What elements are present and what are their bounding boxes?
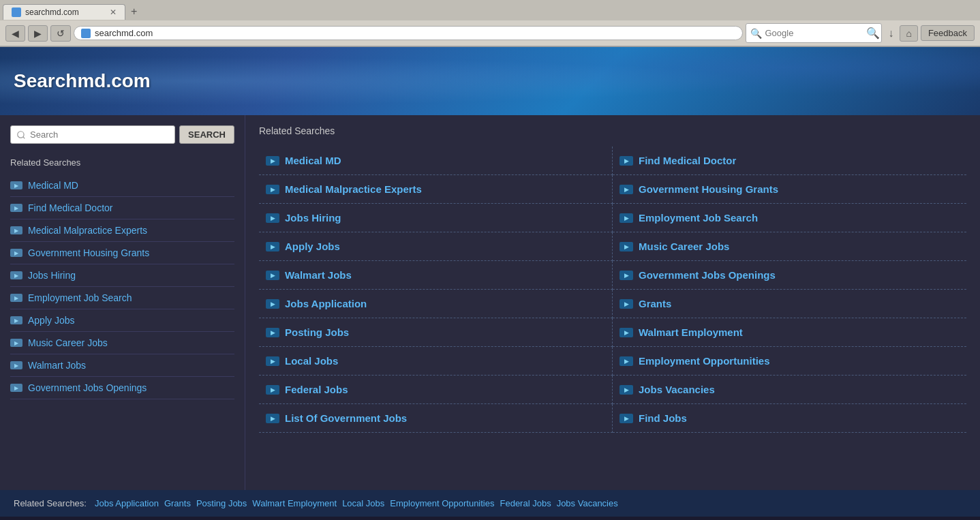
feedback-button[interactable]: Feedback (921, 25, 975, 41)
download-button[interactable]: ↓ (885, 26, 897, 41)
main-related-searches-label: Related Searches (259, 125, 966, 136)
result-link[interactable]: Walmart Jobs (285, 269, 352, 281)
refresh-button[interactable]: ↺ (50, 25, 71, 42)
tab-bar: searchmd.com ✕ + (0, 0, 980, 20)
browser-search-input[interactable] (765, 28, 860, 38)
result-link[interactable]: Employment Opportunities (639, 355, 770, 367)
result-item[interactable]: Apply Jobs (259, 232, 613, 261)
sidebar-item[interactable]: Find Medical Doctor (10, 197, 234, 219)
result-arrow-icon (619, 213, 633, 223)
result-arrow-icon (266, 185, 279, 194)
result-link[interactable]: Music Career Jobs (639, 241, 729, 252)
result-item[interactable]: Employment Opportunities (613, 347, 966, 376)
sidebar-item-icon (10, 339, 22, 347)
browser-search-bar[interactable]: 🔍 🔍 (746, 23, 882, 43)
result-item[interactable]: Medical Malpractice Experts (259, 175, 613, 204)
new-tab-button[interactable]: + (125, 3, 142, 20)
result-arrow-icon (266, 356, 279, 366)
result-item[interactable]: Music Career Jobs (613, 232, 966, 261)
result-item[interactable]: Federal Jobs (259, 376, 613, 404)
result-item[interactable]: Government Jobs Openings (613, 261, 966, 290)
sidebar-item[interactable]: Medical MD (10, 174, 234, 197)
back-button[interactable]: ◀ (5, 25, 25, 42)
result-link[interactable]: Federal Jobs (285, 384, 348, 395)
result-item[interactable]: Jobs Vacancies (613, 376, 966, 404)
url-bar[interactable]: searchmd.com (74, 26, 743, 40)
result-item[interactable]: Jobs Application (259, 290, 613, 318)
site-header: Searchmd.com (0, 47, 980, 115)
result-item[interactable]: Medical MD (259, 147, 613, 175)
result-item[interactable]: Walmart Employment (613, 318, 966, 347)
result-item[interactable]: Grants (613, 290, 966, 318)
footer: Related Searches: Jobs Application Grant… (0, 490, 980, 517)
footer-link-3[interactable]: Walmart Employment (252, 498, 337, 508)
sidebar-item-link[interactable]: Apply Jobs (28, 315, 74, 326)
result-arrow-icon (266, 414, 279, 423)
sidebar-item[interactable]: Employment Job Search (10, 287, 234, 309)
result-item[interactable]: Walmart Jobs (259, 261, 613, 290)
sidebar-item-icon (10, 271, 22, 279)
sidebar-item-link[interactable]: Jobs Hiring (28, 270, 76, 281)
footer-link-7[interactable]: Jobs Vacancies (557, 498, 618, 508)
url-favicon (81, 29, 91, 38)
sidebar-item[interactable]: Walmart Jobs (10, 354, 234, 377)
sidebar-item[interactable]: Music Career Jobs (10, 332, 234, 354)
sidebar-item-link[interactable]: Government Jobs Openings (28, 382, 147, 393)
footer-link-0[interactable]: Jobs Application (95, 498, 159, 508)
result-item[interactable]: Government Housing Grants (613, 175, 966, 204)
result-link[interactable]: Jobs Vacancies (639, 384, 715, 395)
result-item[interactable]: Local Jobs (259, 347, 613, 376)
home-button[interactable]: ⌂ (900, 25, 917, 42)
footer-link-6[interactable]: Federal Jobs (500, 498, 551, 508)
result-item[interactable]: Jobs Hiring (259, 204, 613, 232)
url-text: searchmd.com (95, 28, 153, 38)
footer-link-5[interactable]: Employment Opportunities (390, 498, 494, 508)
result-link[interactable]: Government Jobs Openings (639, 269, 776, 281)
sidebar-item-link[interactable]: Music Career Jobs (28, 337, 108, 348)
sidebar-item[interactable]: Government Housing Grants (10, 242, 234, 264)
sidebar-item[interactable]: Medical Malpractice Experts (10, 219, 234, 242)
tab-title: searchmd.com (25, 7, 79, 17)
browser-search-button[interactable]: 🔍 (863, 25, 883, 41)
result-link[interactable]: Find Medical Doctor (639, 155, 736, 166)
result-item[interactable]: Posting Jobs (259, 318, 613, 347)
search-button[interactable]: SEARCH (179, 125, 234, 144)
sidebar: SEARCH Related Searches Medical MD Find … (0, 115, 245, 490)
result-link[interactable]: List Of Government Jobs (285, 412, 407, 424)
sidebar-item-link[interactable]: Medical Malpractice Experts (28, 225, 147, 236)
tab-close-button[interactable]: ✕ (110, 7, 117, 17)
active-tab[interactable]: searchmd.com ✕ (3, 4, 125, 20)
forward-button[interactable]: ▶ (28, 25, 48, 42)
sidebar-item[interactable]: Apply Jobs (10, 309, 234, 332)
sidebar-item-link[interactable]: Walmart Jobs (28, 360, 86, 371)
footer-link-4[interactable]: Local Jobs (342, 498, 384, 508)
result-arrow-icon (619, 356, 633, 366)
result-link[interactable]: Posting Jobs (285, 326, 349, 338)
result-link[interactable]: Jobs Application (285, 298, 367, 309)
footer-link-2[interactable]: Posting Jobs (196, 498, 247, 508)
footer-label: Related Searches: (14, 498, 87, 508)
result-link[interactable]: Government Housing Grants (639, 183, 778, 195)
result-link[interactable]: Walmart Employment (639, 326, 743, 338)
sidebar-item[interactable]: Jobs Hiring (10, 264, 234, 287)
sidebar-item[interactable]: Government Jobs Openings (10, 377, 234, 399)
result-link[interactable]: Medical Malpractice Experts (285, 183, 422, 195)
result-link[interactable]: Apply Jobs (285, 241, 340, 252)
result-item[interactable]: Employment Job Search (613, 204, 966, 232)
result-item[interactable]: Find Medical Doctor (613, 147, 966, 175)
sidebar-item-icon (10, 226, 22, 234)
search-input[interactable] (10, 125, 175, 144)
result-item[interactable]: List Of Government Jobs (259, 404, 613, 433)
result-link[interactable]: Grants (639, 298, 671, 309)
result-item[interactable]: Find Jobs (613, 404, 966, 433)
result-link[interactable]: Find Jobs (639, 412, 687, 424)
sidebar-item-link[interactable]: Employment Job Search (28, 292, 132, 303)
footer-link-1[interactable]: Grants (164, 498, 191, 508)
sidebar-item-link[interactable]: Government Housing Grants (28, 247, 149, 258)
result-link[interactable]: Local Jobs (285, 355, 338, 367)
sidebar-item-link[interactable]: Medical MD (28, 180, 78, 191)
sidebar-item-link[interactable]: Find Medical Doctor (28, 202, 113, 213)
result-link[interactable]: Jobs Hiring (285, 212, 341, 224)
result-link[interactable]: Medical MD (285, 155, 341, 166)
result-link[interactable]: Employment Job Search (639, 212, 758, 224)
